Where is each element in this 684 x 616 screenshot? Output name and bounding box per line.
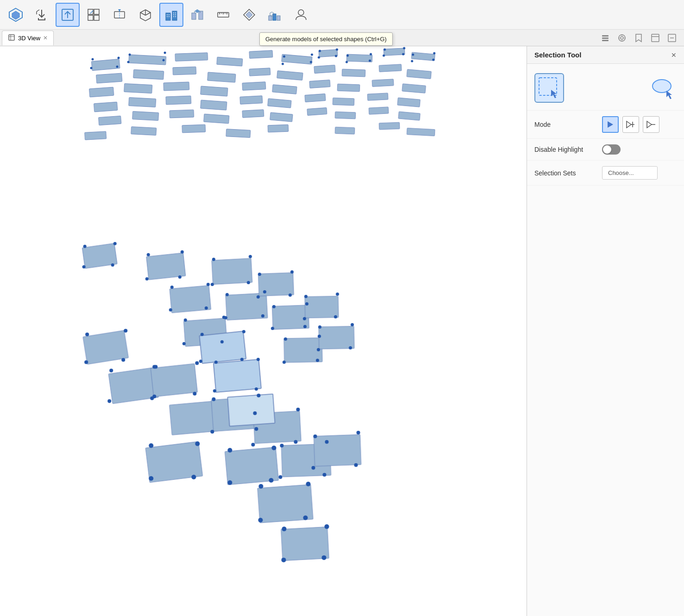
svg-rect-23 — [167, 16, 168, 17]
svg-point-151 — [195, 442, 200, 446]
tab-close-button[interactable]: ✕ — [43, 35, 48, 41]
extrude-button[interactable] — [133, 3, 157, 27]
svg-rect-94 — [372, 79, 394, 87]
svg-rect-142 — [314, 435, 361, 467]
svg-point-177 — [152, 395, 156, 398]
svg-rect-22 — [169, 14, 169, 15]
svg-rect-8 — [94, 9, 99, 14]
svg-rect-89 — [201, 86, 228, 96]
svg-point-229 — [224, 316, 227, 319]
disable-highlight-toggle[interactable] — [602, 144, 621, 155]
svg-rect-49 — [9, 35, 14, 40]
svg-point-245 — [213, 389, 216, 392]
selection-sets-control: Choose... — [602, 166, 677, 180]
svg-point-276 — [653, 80, 671, 93]
interact-button[interactable] — [185, 3, 209, 27]
tab-minimize-icon[interactable] — [665, 31, 678, 44]
svg-point-246 — [92, 58, 94, 61]
lasso-select-button[interactable] — [647, 73, 677, 103]
svg-point-261 — [318, 56, 320, 59]
svg-point-244 — [255, 387, 258, 391]
tab-layers-icon[interactable] — [599, 31, 612, 44]
svg-rect-20 — [172, 11, 177, 20]
svg-rect-88 — [163, 82, 189, 91]
svg-point-152 — [191, 475, 196, 479]
mode-add-button[interactable] — [622, 116, 639, 133]
import-button[interactable] — [30, 3, 54, 27]
panel-close-button[interactable]: ✕ — [671, 51, 677, 59]
svg-point-218 — [170, 286, 174, 289]
svg-point-224 — [220, 340, 224, 343]
panel-header: Selection Tool ✕ — [527, 46, 684, 64]
svg-point-160 — [303, 516, 308, 520]
svg-point-230 — [272, 305, 276, 308]
svg-point-215 — [351, 323, 354, 326]
rect-select-button[interactable] — [534, 73, 564, 103]
svg-rect-21 — [167, 14, 168, 15]
generate-models-button[interactable] — [159, 3, 183, 27]
user-button[interactable] — [289, 3, 313, 27]
svg-point-241 — [199, 360, 202, 363]
svg-point-216 — [349, 346, 352, 349]
svg-rect-100 — [240, 96, 263, 105]
svg-rect-45 — [273, 14, 276, 20]
svg-rect-86 — [89, 87, 114, 97]
svg-rect-99 — [201, 100, 227, 110]
svg-line-3 — [37, 10, 39, 12]
tab-window-icon[interactable] — [649, 31, 662, 44]
tab-3d-view[interactable]: 3D View ✕ — [2, 31, 54, 45]
svg-point-173 — [107, 399, 111, 403]
svg-point-220 — [205, 306, 208, 310]
share-button[interactable] — [263, 3, 287, 27]
svg-point-189 — [279, 475, 282, 479]
select-shape-button[interactable] — [237, 3, 261, 27]
3d-viewport[interactable] — [0, 46, 527, 616]
svg-rect-32 — [199, 11, 203, 19]
svg-rect-149 — [227, 394, 275, 426]
toolbar-tooltip: Generate models of selected shapes (Ctrl… — [259, 32, 393, 46]
svg-point-161 — [258, 518, 263, 523]
svg-rect-114 — [369, 107, 389, 114]
svg-point-182 — [253, 411, 257, 415]
tab-bookmark-icon[interactable] — [632, 31, 645, 44]
generate-shapes-button[interactable] — [56, 3, 80, 27]
svg-rect-119 — [226, 129, 251, 138]
svg-point-157 — [227, 480, 232, 485]
selection-sets-row: Selection Sets Choose... — [527, 161, 684, 186]
svg-point-179 — [257, 394, 260, 398]
mode-replace-button[interactable] — [602, 116, 619, 133]
svg-rect-53 — [602, 37, 609, 39]
svg-point-273 — [411, 60, 413, 62]
svg-rect-25 — [173, 12, 174, 13]
tab-view-icon[interactable] — [615, 31, 628, 44]
svg-point-186 — [280, 444, 284, 448]
svg-point-263 — [370, 53, 372, 56]
logo-button[interactable] — [4, 3, 28, 27]
selection-sets-dropdown[interactable]: Choose... — [602, 166, 658, 180]
svg-rect-69 — [217, 57, 243, 66]
svg-point-188 — [323, 473, 326, 477]
svg-point-258 — [319, 50, 321, 52]
svg-rect-46 — [277, 16, 280, 20]
svg-rect-104 — [367, 93, 388, 100]
svg-rect-107 — [132, 112, 159, 121]
svg-point-255 — [311, 54, 313, 56]
svg-rect-121 — [335, 127, 354, 134]
split-tool-button[interactable] — [107, 3, 132, 27]
svg-rect-120 — [268, 124, 289, 132]
svg-point-270 — [412, 54, 414, 56]
svg-point-202 — [212, 258, 215, 261]
svg-rect-87 — [124, 84, 152, 93]
svg-rect-108 — [169, 110, 194, 118]
svg-rect-24 — [169, 16, 169, 17]
svg-point-257 — [282, 63, 284, 65]
mode-remove-button[interactable] — [643, 116, 659, 133]
svg-point-199 — [181, 250, 184, 254]
svg-rect-112 — [307, 108, 327, 116]
svg-point-272 — [432, 59, 434, 61]
tab-3d-icon — [8, 34, 15, 43]
svg-rect-106 — [99, 116, 121, 125]
grid-tool-button[interactable] — [82, 3, 106, 27]
right-panel: Selection Tool ✕ — [527, 46, 684, 616]
measure-button[interactable] — [211, 3, 235, 27]
